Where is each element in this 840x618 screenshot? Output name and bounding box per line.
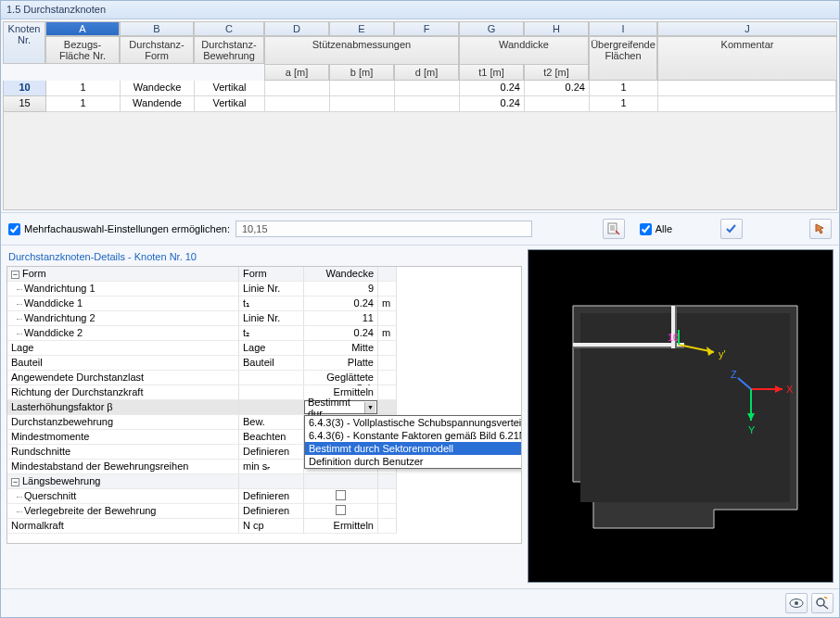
cell-t2[interactable] [525,96,590,112]
selection-input[interactable]: 10,15 [235,221,532,237]
property-row[interactable]: NormalkraftN cpErmitteln [7,519,521,534]
property-table[interactable]: −FormFormWandeckeWandrichtung 1Linie Nr.… [6,266,522,544]
property-value[interactable] [304,474,378,489]
header-wand[interactable]: Wanddicke [459,36,589,64]
header-stuetz[interactable]: Stützenabmessungen [264,36,459,64]
header-kommentar[interactable]: Kommentar [657,36,837,81]
viewport-3d[interactable]: 10 y' X Y Z [528,249,834,583]
property-checkbox[interactable] [336,505,346,515]
list-pick-button[interactable] [603,219,625,239]
property-key: Durchstanzbewehrung [11,416,113,427]
pick-element-button[interactable] [809,219,832,239]
property-value[interactable]: Geglättete Sch [304,371,378,385]
cell-form[interactable]: Wandecke [121,81,195,96]
property-row[interactable]: Wanddicke 2t₂0.24m [7,326,521,341]
cell-bew[interactable]: Vertikal [195,81,265,96]
property-value[interactable]: 9 [304,282,378,296]
col-letter-h[interactable]: H [524,21,589,36]
col-letter-j[interactable]: J [657,21,837,36]
property-value[interactable] [304,489,378,504]
property-row[interactable]: Richtung der DurchstanzkraftErmitteln [7,385,521,400]
property-row[interactable]: Angewendete DurchstanzlastGeglättete Sch [7,371,521,385]
property-unit: m [378,326,397,341]
property-row[interactable]: Wanddicke 1t₁0.24m [7,296,521,311]
col-letter-d[interactable]: D [264,21,329,36]
cell-komm[interactable] [658,81,836,96]
cell-ueber[interactable]: 1 [590,96,658,112]
alle-checkbox[interactable]: Alle [640,223,672,235]
property-value[interactable] [304,504,378,519]
header-knoten-nr[interactable]: Knoten Nr. [3,21,45,64]
header-t2[interactable]: t2 [m] [524,64,589,81]
alle-input[interactable] [640,223,652,235]
cell-bezug[interactable]: 1 [46,81,121,96]
row-header[interactable]: 10 [4,81,46,96]
col-letter-a[interactable]: A [45,21,120,36]
property-value[interactable]: Wandecke [304,267,378,282]
multiselect-checkbox[interactable]: Mehrfachauswahl-Einstellungen ermögliche… [8,223,230,235]
property-row[interactable]: LageLageMitte [7,341,521,356]
property-group[interactable]: −FormFormWandecke [7,267,521,282]
table-row[interactable]: 15 1 Wandende Vertikal 0.24 1 [4,96,836,112]
cell-komm[interactable] [658,96,836,112]
cell-d[interactable] [395,81,460,96]
cell-bew[interactable]: Vertikal [195,96,265,112]
property-value[interactable]: Platte [304,356,378,371]
beta-dropdown[interactable]: Bestimmt dur [304,400,377,414]
property-value[interactable]: Mitte [304,341,378,356]
header-d[interactable]: d [m] [394,64,459,81]
zoom-button[interactable] [811,593,834,613]
property-row[interactable]: Wandrichtung 2Linie Nr.11 [7,311,521,326]
cell-ueber[interactable]: 1 [590,81,658,96]
apply-button[interactable] [720,219,743,239]
property-row[interactable]: QuerschnittDefinieren [7,489,521,504]
cell-t2[interactable]: 0.24 [525,81,590,96]
header-form[interactable]: Durchstanz- Form [120,36,194,64]
cell-bezug[interactable]: 1 [46,96,121,112]
property-value[interactable]: 0.24 [304,296,378,311]
property-checkbox[interactable] [336,490,346,500]
header-b[interactable]: b [m] [329,64,394,81]
dropdown-popup[interactable]: 6.4.3(3) - Vollplastische Schubspannungs… [304,415,522,469]
property-value[interactable]: Ermitteln [304,519,378,534]
col-letter-g[interactable]: G [459,21,524,36]
cell-t1[interactable]: 0.24 [460,96,525,112]
collapse-icon[interactable]: − [11,478,19,486]
grid-body[interactable]: 10 1 Wandecke Vertikal 0.24 0.24 1 15 1 … [3,81,837,210]
dropdown-option[interactable]: Bestimmt durch Sektorenmodell [305,442,522,455]
cell-form[interactable]: Wandende [121,96,195,112]
row-header[interactable]: 15 [4,96,46,112]
svg-rect-3 [573,347,684,348]
header-bew[interactable]: Durchstanz- Bewehrung [194,36,264,64]
col-letter-f[interactable]: F [394,21,459,36]
property-row[interactable]: BauteilBauteilPlatte [7,356,521,371]
cell-a[interactable] [265,96,330,112]
dropdown-option[interactable]: Definition durch Benutzer [305,455,522,468]
header-ueber[interactable]: Übergreifende Flächen [589,36,657,81]
multiselect-input[interactable] [8,223,20,235]
dropdown-option[interactable]: 6.4.3(3) - Vollplastische Schubspannungs… [305,416,522,429]
property-row[interactable]: Verlegebreite der BewehrungDefinieren [7,504,521,519]
cell-b[interactable] [330,96,395,112]
dropdown-option[interactable]: 6.4.3(6) - Konstante Faktoren gemäß Bild… [305,429,522,442]
property-row[interactable]: Lasterhöhungsfaktor βBestimmt dur [7,400,521,415]
property-value[interactable]: 0.24 [304,326,378,341]
property-row[interactable]: Wandrichtung 1Linie Nr.9 [7,282,521,296]
col-letter-b[interactable]: B [120,21,194,36]
cell-d[interactable] [395,96,460,112]
col-letter-c[interactable]: C [194,21,264,36]
header-a[interactable]: a [m] [264,64,329,81]
header-bezug[interactable]: Bezugs- Fläche Nr. [45,36,120,64]
cell-a[interactable] [265,81,330,96]
property-value[interactable]: 11 [304,311,378,326]
collapse-icon[interactable]: − [11,271,19,279]
view-toggle-button[interactable] [785,593,808,613]
property-value[interactable]: Bestimmt dur [304,400,378,415]
cell-b[interactable] [330,81,395,96]
cell-t1[interactable]: 0.24 [460,81,525,96]
table-row[interactable]: 10 1 Wandecke Vertikal 0.24 0.24 1 [4,81,836,96]
col-letter-e[interactable]: E [329,21,394,36]
col-letter-i[interactable]: I [589,21,657,36]
property-group[interactable]: −Längsbewehrung [7,474,521,489]
header-t1[interactable]: t1 [m] [459,64,524,81]
